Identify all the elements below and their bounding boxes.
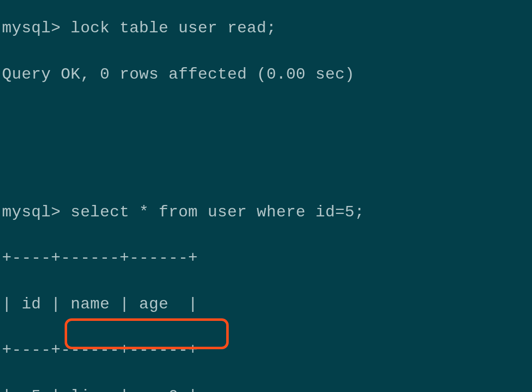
table-row: | 5 | li | 0 |	[2, 385, 532, 392]
response-line-1: Query OK, 0 rows affected (0.00 sec)	[2, 63, 532, 86]
prompt: mysql>	[2, 19, 61, 37]
command-text: select * from user where id=5;	[71, 203, 364, 221]
blank-line	[2, 109, 532, 132]
terminal-output: mysql> lock table user read; Query OK, 0…	[0, 0, 532, 392]
prompt: mysql>	[2, 203, 61, 221]
command-text: lock table user read;	[71, 19, 276, 37]
table-header: | id | name | age |	[2, 293, 532, 316]
command-line-2: mysql> select * from user where id=5;	[2, 201, 532, 224]
command-line-1: mysql> lock table user read;	[2, 17, 532, 40]
table-border-top: +----+------+------+	[2, 247, 532, 270]
table-border-mid: +----+------+------+	[2, 339, 532, 362]
blank-line	[2, 155, 532, 178]
